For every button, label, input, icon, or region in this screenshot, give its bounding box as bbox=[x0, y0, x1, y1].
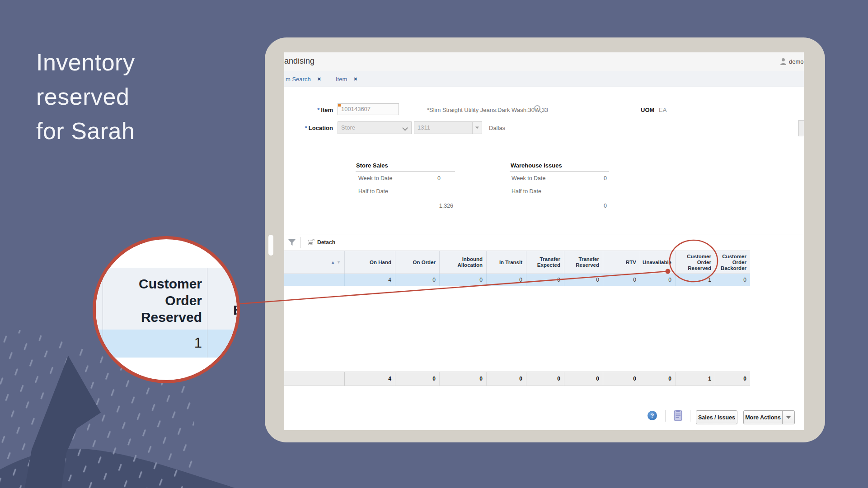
tab-bar: m Search ✕ Item ✕ bbox=[284, 71, 804, 87]
table-totals-row: 4 0 0 0 0 0 0 0 1 0 bbox=[284, 372, 750, 386]
table-column-rowheader[interactable]: ▲ ▼ bbox=[284, 251, 345, 274]
table-column-header[interactable]: Transfer Expected bbox=[526, 251, 564, 274]
totals-row-header-cell bbox=[284, 372, 345, 386]
location-label: *Location bbox=[298, 125, 333, 131]
warehouse-issues-rule bbox=[510, 171, 609, 172]
table-column-header[interactable]: On Hand bbox=[345, 251, 395, 274]
table-column-header[interactable]: Unavailable bbox=[640, 251, 676, 274]
location-id-value: 1311 bbox=[418, 124, 430, 131]
item-input[interactable]: 100143607 bbox=[338, 103, 399, 115]
inventory-table: ▲ ▼ On Hand On Order Inbound Allocation … bbox=[284, 251, 750, 286]
chevron-down-icon bbox=[402, 125, 408, 131]
warehouse-extra-value: 0 bbox=[562, 203, 607, 209]
item-description: *Slim Straight Utility Jeans:Dark Wash:3… bbox=[427, 107, 548, 113]
magnified-partial-right: B bbox=[233, 302, 240, 318]
totals-cell: 0 bbox=[715, 372, 750, 386]
table-toolbar: Detach bbox=[284, 234, 804, 251]
totals-cell: 4 bbox=[345, 372, 395, 386]
item-label: *Item bbox=[311, 107, 333, 113]
magnified-column-header: Customer Order Reserved bbox=[103, 275, 202, 325]
magnified-column-border bbox=[207, 268, 207, 358]
scroll-indicator[interactable] bbox=[268, 235, 273, 256]
detach-button[interactable]: Detach bbox=[317, 239, 335, 246]
slide-title-line-1: Inventory bbox=[36, 45, 135, 79]
slide-title-line-2: reserved bbox=[36, 79, 135, 114]
user-name[interactable]: demo bbox=[789, 58, 804, 65]
app-window: handising demo m Search ✕ Item ✕ *Item 1… bbox=[284, 52, 804, 430]
sort-ascending-icon[interactable]: ▲ bbox=[331, 260, 335, 265]
toolbar-divider bbox=[300, 237, 301, 248]
table-cell: 0 bbox=[526, 274, 564, 286]
search-icon[interactable] bbox=[533, 104, 543, 114]
detach-icon[interactable] bbox=[308, 238, 315, 246]
magnified-cell-value: 1 bbox=[103, 335, 202, 351]
totals-cell: 1 bbox=[676, 372, 715, 386]
tab-item-search-label[interactable]: m Search bbox=[286, 76, 311, 83]
more-actions-split[interactable] bbox=[782, 411, 794, 424]
filter-icon[interactable] bbox=[288, 238, 296, 246]
table-cell: 0 bbox=[395, 274, 440, 286]
table-column-header[interactable]: On Order bbox=[395, 251, 440, 274]
row-header-cell bbox=[284, 274, 345, 286]
location-dropdown-button[interactable] bbox=[472, 121, 482, 134]
help-icon[interactable]: ? bbox=[647, 411, 657, 420]
location-type-select[interactable]: Store bbox=[338, 121, 412, 134]
form-divider bbox=[284, 137, 804, 137]
totals-cell: 0 bbox=[395, 372, 440, 386]
dropdown-arrow-icon bbox=[475, 127, 479, 129]
table-header-row: ▲ ▼ On Hand On Order Inbound Allocation … bbox=[284, 251, 750, 274]
uom-value: EA bbox=[659, 107, 666, 113]
sort-descending-icon[interactable]: ▼ bbox=[337, 260, 341, 265]
table-cell: 0 bbox=[603, 274, 640, 286]
required-corner-mark bbox=[338, 104, 341, 107]
close-icon[interactable]: ✕ bbox=[317, 76, 321, 82]
table-cell: 0 bbox=[564, 274, 603, 286]
tab-item-search[interactable]: m Search ✕ bbox=[286, 71, 321, 87]
warehouse-wtd-value: 0 bbox=[562, 175, 607, 181]
table-column-header[interactable]: In Transit bbox=[487, 251, 526, 274]
close-icon[interactable]: ✕ bbox=[353, 76, 357, 82]
table-cell: 0 bbox=[640, 274, 676, 286]
scrollbar-fragment[interactable] bbox=[798, 120, 804, 136]
totals-cell: 0 bbox=[440, 372, 487, 386]
sales-issues-button[interactable]: Sales / Issues bbox=[696, 410, 737, 424]
store-sales-rule bbox=[356, 171, 455, 172]
slide-title-line-3: for Sarah bbox=[36, 114, 135, 148]
item-input-value: 100143607 bbox=[341, 106, 371, 112]
uom-label: UOM bbox=[641, 107, 654, 113]
more-actions-button[interactable]: More Actions bbox=[743, 410, 795, 424]
table-row[interactable]: 4 0 0 0 0 0 0 0 1 0 bbox=[284, 274, 750, 286]
tab-item-label[interactable]: Item bbox=[336, 76, 347, 83]
table-cell: 4 bbox=[345, 274, 395, 286]
app-title: handising bbox=[284, 56, 314, 66]
location-type-value: Store bbox=[341, 124, 355, 131]
table-cell: 0 bbox=[440, 274, 487, 286]
more-actions-label[interactable]: More Actions bbox=[744, 414, 782, 421]
clipboard-icon[interactable] bbox=[673, 409, 683, 421]
store-htd-label: Half to Date bbox=[358, 188, 388, 195]
store-wtd-value: 0 bbox=[395, 175, 441, 181]
user-icon bbox=[780, 58, 787, 65]
totals-cell: 0 bbox=[603, 372, 640, 386]
dropdown-arrow-icon bbox=[786, 416, 791, 419]
table-cell: 0 bbox=[487, 274, 526, 286]
tab-item[interactable]: Item ✕ bbox=[336, 71, 358, 87]
location-name: Dallas bbox=[489, 125, 505, 131]
location-id-input[interactable]: 1311 bbox=[414, 121, 472, 134]
table-cell-customer-order-reserved: 1 bbox=[676, 274, 715, 286]
footer-divider bbox=[665, 410, 666, 422]
slide-title: Inventory reserved for Sarah bbox=[36, 45, 135, 148]
totals-cell: 0 bbox=[526, 372, 564, 386]
table-column-header[interactable]: Transfer Reserved bbox=[564, 251, 603, 274]
table-column-header[interactable]: RTV bbox=[603, 251, 640, 274]
totals-cell: 0 bbox=[640, 372, 676, 386]
required-asterisk: * bbox=[305, 125, 307, 131]
warehouse-issues-title: Warehouse Issues bbox=[511, 162, 562, 169]
store-extra-value: 1,326 bbox=[408, 203, 453, 209]
table-column-header[interactable]: Customer Order Reserved bbox=[676, 251, 715, 274]
table-column-header[interactable]: Inbound Allocation bbox=[440, 251, 487, 274]
totals-cell: 0 bbox=[564, 372, 603, 386]
table-column-header[interactable]: Customer Order Backorder bbox=[715, 251, 750, 274]
store-sales-title: Store Sales bbox=[356, 162, 388, 169]
table-cell: 0 bbox=[715, 274, 750, 286]
